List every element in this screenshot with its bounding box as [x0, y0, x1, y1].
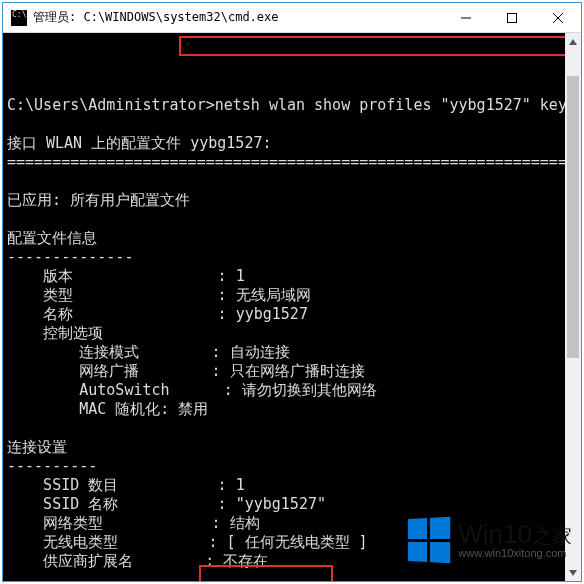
window-title: 管理员: C:\WINDOWS\system32\cmd.exe: [33, 9, 279, 26]
vertical-scrollbar[interactable]: [565, 33, 581, 581]
maximize-icon: [507, 13, 517, 23]
close-button[interactable]: [535, 3, 581, 33]
terminal-output[interactable]: C:\Users\Administrator>netsh wlan show p…: [3, 33, 581, 581]
chevron-up-icon: [569, 39, 577, 45]
minimize-icon: [461, 13, 471, 23]
command-highlight-box: [179, 36, 573, 56]
scrollbar-thumb[interactable]: [567, 76, 579, 359]
scrollbar-track[interactable]: [565, 50, 581, 564]
minimize-button[interactable]: [443, 3, 489, 33]
cmd-icon: [11, 10, 27, 26]
chevron-down-icon: [569, 570, 577, 576]
titlebar: 管理员: C:\WINDOWS\system32\cmd.exe: [3, 3, 581, 33]
maximize-button[interactable]: [489, 3, 535, 33]
close-icon: [553, 13, 563, 23]
scroll-up-button[interactable]: [565, 33, 581, 50]
svg-rect-0: [508, 13, 517, 22]
scroll-down-button[interactable]: [565, 564, 581, 581]
